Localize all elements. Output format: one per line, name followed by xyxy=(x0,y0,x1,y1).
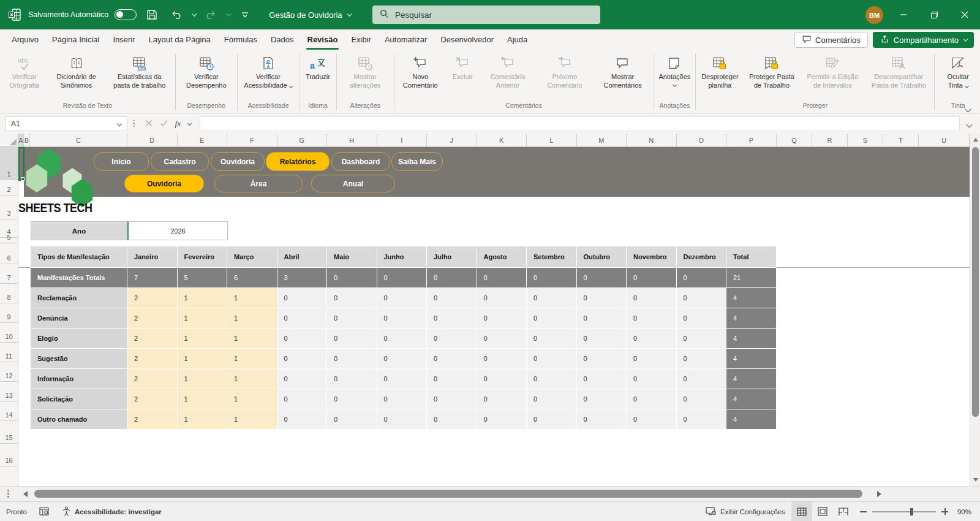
ribbon-button-notes[interactable]: Anotações xyxy=(655,52,694,86)
value-cell[interactable]: 1 xyxy=(178,349,228,369)
value-cell[interactable]: 2 xyxy=(127,389,178,409)
value-cell[interactable]: 0 xyxy=(577,409,627,430)
value-cell[interactable]: 0 xyxy=(577,308,627,329)
tab-automatizar[interactable]: Automatizar xyxy=(378,31,434,50)
value-cell[interactable]: 0 xyxy=(377,409,428,430)
row-total-cell[interactable]: 4 xyxy=(726,329,777,349)
value-cell[interactable]: 1 xyxy=(227,369,277,389)
value-cell[interactable]: 0 xyxy=(677,369,727,389)
ribbon-button-check-accessibility[interactable]: Verificar Acessibilidade xyxy=(239,52,298,89)
zoom-in-icon[interactable] xyxy=(941,508,948,515)
column-header-R[interactable]: R xyxy=(812,134,848,146)
value-cell[interactable]: 2 xyxy=(127,349,178,369)
fx-dropdown-icon[interactable] xyxy=(187,121,192,126)
ribbon-button-new-comment[interactable]: Novo Comentário xyxy=(395,52,445,89)
vertical-scrollbar-thumb[interactable] xyxy=(972,147,979,417)
totals-cell[interactable]: 0 xyxy=(577,268,627,288)
value-cell[interactable]: 1 xyxy=(227,409,277,430)
value-cell[interactable]: 0 xyxy=(627,288,677,308)
value-cell[interactable]: 0 xyxy=(277,308,328,329)
nav-button-cadastro[interactable]: Cadastro xyxy=(151,152,209,171)
value-cell[interactable]: 1 xyxy=(178,409,228,430)
row-total-cell[interactable]: 4 xyxy=(726,288,777,308)
value-cell[interactable]: 0 xyxy=(677,308,727,329)
sheet-tab-splitter[interactable] xyxy=(7,490,9,498)
scroll-up-icon[interactable] xyxy=(973,138,978,142)
value-cell[interactable]: 0 xyxy=(527,308,577,329)
value-cell[interactable]: 0 xyxy=(477,329,527,349)
value-cell[interactable]: 0 xyxy=(327,369,377,389)
column-header-N[interactable]: N xyxy=(627,134,677,146)
value-cell[interactable]: 1 xyxy=(227,389,277,409)
value-cell[interactable]: 0 xyxy=(677,389,727,409)
zoom-out-icon[interactable] xyxy=(860,511,867,512)
tab-fórmulas[interactable]: Fórmulas xyxy=(217,31,264,50)
value-cell[interactable]: 0 xyxy=(677,349,727,369)
name-box[interactable]: A1 xyxy=(5,116,127,131)
value-cell[interactable]: 1 xyxy=(178,288,228,308)
column-header-B[interactable]: B xyxy=(24,134,30,146)
value-cell[interactable]: 1 xyxy=(178,369,228,389)
column-header-M[interactable]: M xyxy=(577,134,627,146)
undo-dropdown-icon[interactable] xyxy=(192,11,197,16)
row-header-1[interactable]: 1 xyxy=(0,147,18,180)
value-cell[interactable]: 0 xyxy=(327,329,377,349)
row-header-3[interactable]: 3 xyxy=(0,196,18,219)
value-cell[interactable]: 0 xyxy=(377,329,428,349)
row-total-cell[interactable]: 4 xyxy=(726,409,777,430)
tab-inserir[interactable]: Inserir xyxy=(106,31,141,50)
vertical-scrollbar[interactable] xyxy=(970,134,980,486)
column-header-H[interactable]: H xyxy=(327,134,377,146)
horizontal-scrollbar[interactable] xyxy=(0,486,980,501)
column-header-P[interactable]: P xyxy=(726,134,777,146)
row-total-cell[interactable]: 4 xyxy=(726,369,777,389)
tab-página-inicial[interactable]: Página Inicial xyxy=(45,31,106,50)
totals-cell[interactable]: 3 xyxy=(277,268,328,288)
value-cell[interactable]: 0 xyxy=(327,409,377,430)
row-header-13[interactable]: 13 xyxy=(0,382,18,401)
row-header-5[interactable]: 5 xyxy=(0,238,18,243)
row-header-14[interactable]: 14 xyxy=(0,401,18,421)
column-header-K[interactable]: K xyxy=(477,134,527,146)
restore-button[interactable] xyxy=(919,0,949,29)
value-cell[interactable]: 0 xyxy=(327,389,377,409)
value-cell[interactable]: 0 xyxy=(677,409,727,430)
value-cell[interactable]: 2 xyxy=(127,288,178,308)
formula-input[interactable] xyxy=(200,116,960,131)
ribbon-button-show-comments[interactable]: Mostrar Comentários xyxy=(594,52,652,89)
avatar[interactable]: BM xyxy=(865,6,883,24)
select-all-corner[interactable] xyxy=(0,134,18,147)
totals-cell[interactable]: 7 xyxy=(127,268,178,288)
value-cell[interactable]: 2 xyxy=(127,369,178,389)
nav-button-ouvidoria[interactable]: Ouvidoria xyxy=(211,152,265,171)
tab-ajuda[interactable]: Ajuda xyxy=(500,31,534,50)
tab-layout-da-página[interactable]: Layout da Página xyxy=(142,31,217,50)
totals-cell[interactable]: 0 xyxy=(327,268,377,288)
share-button[interactable]: Compartilhamento xyxy=(873,32,974,48)
value-cell[interactable]: 0 xyxy=(327,288,377,308)
value-cell[interactable]: 1 xyxy=(178,389,228,409)
value-cell[interactable]: 0 xyxy=(577,329,627,349)
value-cell[interactable]: 1 xyxy=(227,349,277,369)
value-cell[interactable]: 0 xyxy=(627,369,677,389)
selected-cell-a1[interactable] xyxy=(18,147,24,181)
row-header-10[interactable]: 10 xyxy=(0,323,18,343)
value-cell[interactable]: 0 xyxy=(577,369,627,389)
column-header-Q[interactable]: Q xyxy=(777,134,812,146)
value-cell[interactable]: 0 xyxy=(527,369,577,389)
row-header-7[interactable]: 7 xyxy=(0,264,18,284)
value-cell[interactable]: 0 xyxy=(627,329,677,349)
value-cell[interactable]: 0 xyxy=(427,288,477,308)
row-header-2[interactable]: 2 xyxy=(0,180,18,196)
normal-view-button[interactable] xyxy=(791,502,812,521)
column-header-J[interactable]: J xyxy=(427,134,477,146)
column-header-S[interactable]: S xyxy=(848,134,883,146)
value-cell[interactable]: 0 xyxy=(577,288,627,308)
row-header-15[interactable]: 15 xyxy=(0,421,18,444)
totals-cell[interactable]: 0 xyxy=(677,268,727,288)
column-header-O[interactable]: O xyxy=(677,134,727,146)
value-cell[interactable]: 0 xyxy=(277,288,328,308)
value-cell[interactable]: 0 xyxy=(527,409,577,430)
column-header-F[interactable]: F xyxy=(227,134,277,146)
sheet-canvas[interactable]: InícioCadastroOuvidoriaRelatóriosDashboa… xyxy=(18,147,970,486)
